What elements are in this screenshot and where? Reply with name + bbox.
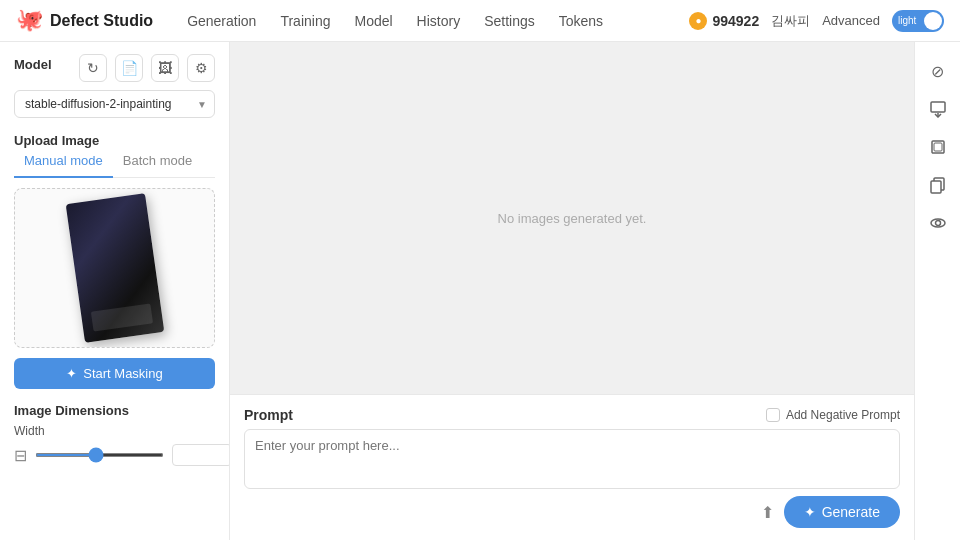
upload-section-title: Upload Image: [14, 133, 99, 148]
coin-area: ● 994922: [689, 12, 759, 30]
width-value-input[interactable]: 512: [172, 444, 230, 466]
model-select[interactable]: stable-diffusion-2-inpaintingstable-diff…: [14, 90, 215, 118]
negative-prompt-label: Add Negative Prompt: [786, 408, 900, 422]
svg-rect-3: [934, 143, 942, 151]
model-file-button[interactable]: 📄: [115, 54, 143, 82]
prompt-share-icon[interactable]: ⬆: [761, 503, 774, 522]
width-slider-row: ⊟ 512: [14, 444, 215, 466]
logo-icon: 🐙: [16, 7, 44, 35]
image-dimensions-section: Image Dimensions Width ⊟ 512: [14, 403, 215, 466]
model-image-button[interactable]: 🖼: [151, 54, 179, 82]
toolbar-eye-button[interactable]: [921, 206, 955, 240]
width-slider[interactable]: [35, 453, 164, 457]
negative-prompt-checkbox[interactable]: [766, 408, 780, 422]
nav-history[interactable]: History: [415, 9, 463, 33]
nav-settings[interactable]: Settings: [482, 9, 537, 33]
prompt-textarea[interactable]: [244, 429, 900, 489]
no-images-text: No images generated yet.: [498, 211, 647, 226]
svg-rect-5: [931, 181, 941, 193]
model-section-title: Model: [14, 57, 52, 72]
logo-area: 🐙 Defect Studio: [16, 7, 153, 35]
header: 🐙 Defect Studio Generation Training Mode…: [0, 0, 960, 42]
toolbar-layers-button[interactable]: [921, 130, 955, 164]
prompt-label: Prompt: [244, 407, 293, 423]
preview-image: [65, 193, 164, 343]
upload-image-section: Upload Image Manual mode Batch mode ✦ St…: [14, 132, 215, 389]
coin-icon: ●: [689, 12, 707, 30]
canvas-area: No images generated yet.: [230, 42, 914, 394]
nav-training[interactable]: Training: [278, 9, 332, 33]
generate-star-icon: ✦: [804, 504, 816, 520]
coin-amount: 994922: [712, 13, 759, 29]
toolbar-copy-button[interactable]: [921, 168, 955, 202]
model-refresh-button[interactable]: ↻: [79, 54, 107, 82]
nav-tokens[interactable]: Tokens: [557, 9, 605, 33]
start-masking-button[interactable]: ✦ Start Masking: [14, 358, 215, 389]
main-layout: Model ↻ 📄 🖼 ⚙ stable-diffusion-2-inpaint…: [0, 42, 960, 540]
generate-button[interactable]: ✦ Generate: [784, 496, 900, 528]
model-settings-button[interactable]: ⚙: [187, 54, 215, 82]
width-row: Width: [14, 424, 215, 438]
image-dimensions-title: Image Dimensions: [14, 403, 215, 418]
toolbar-slash-button[interactable]: ⊘: [921, 54, 955, 88]
nav-model[interactable]: Model: [352, 9, 394, 33]
negative-prompt-toggle[interactable]: Add Negative Prompt: [766, 408, 900, 422]
toggle-knob: [924, 12, 942, 30]
masking-icon: ✦: [66, 366, 77, 381]
start-masking-label: Start Masking: [83, 366, 162, 381]
prompt-footer: ⬆ ✦ Generate: [244, 496, 900, 528]
main-nav: Generation Training Model History Settin…: [185, 9, 665, 33]
tab-manual-mode[interactable]: Manual mode: [14, 148, 113, 178]
toolbar-download-button[interactable]: [921, 92, 955, 126]
right-toolbar: ⊘: [914, 42, 960, 540]
width-label: Width: [14, 424, 45, 438]
model-section: Model ↻ 📄 🖼 ⚙ stable-diffusion-2-inpaint…: [14, 54, 215, 118]
tab-batch-mode[interactable]: Batch mode: [113, 148, 202, 177]
svg-rect-0: [931, 102, 945, 112]
header-right: ● 994922 김싸피 Advanced light: [689, 10, 944, 32]
model-icons: ↻ 📄 🖼 ⚙: [79, 54, 215, 82]
model-select-wrapper: stable-diffusion-2-inpaintingstable-diff…: [14, 90, 215, 118]
bottom-panel: Prompt Add Negative Prompt ⬆ ✦ Generate: [230, 394, 914, 540]
content-area: No images generated yet. Prompt Add Nega…: [230, 42, 960, 540]
user-name: 김싸피: [771, 12, 810, 30]
toggle-label: light: [898, 15, 916, 26]
slider-icon: ⊟: [14, 446, 27, 465]
theme-toggle[interactable]: light: [892, 10, 944, 32]
app-title: Defect Studio: [50, 12, 153, 30]
advanced-button[interactable]: Advanced: [822, 13, 880, 28]
sidebar: Model ↻ 📄 🖼 ⚙ stable-diffusion-2-inpaint…: [0, 42, 230, 540]
nav-generation[interactable]: Generation: [185, 9, 258, 33]
image-preview-box[interactable]: [14, 188, 215, 348]
generate-label: Generate: [822, 504, 880, 520]
prompt-header: Prompt Add Negative Prompt: [244, 407, 900, 423]
mode-tabs: Manual mode Batch mode: [14, 148, 215, 178]
svg-point-7: [935, 221, 940, 226]
